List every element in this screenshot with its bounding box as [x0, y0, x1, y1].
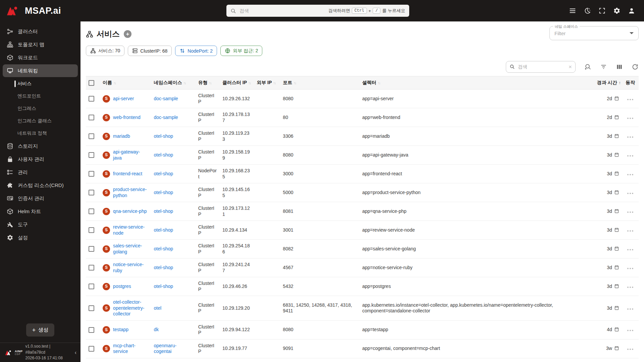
sidebar-item-workload[interactable]: 워크로드 — [3, 51, 78, 64]
advanced-search-icon[interactable] — [584, 63, 591, 70]
add-service-button[interactable]: + — [124, 30, 131, 38]
row-checkbox[interactable] — [89, 305, 94, 311]
service-name-link[interactable]: testapp — [113, 327, 128, 333]
column-header-4[interactable]: 외부 IP↑↓ — [254, 76, 280, 89]
sort-icon[interactable]: ↑↓ — [248, 81, 251, 85]
row-checkbox[interactable] — [89, 171, 94, 177]
row-actions-button[interactable] — [627, 229, 634, 233]
create-button[interactable]: + 생성 — [26, 323, 55, 337]
table-search[interactable]: × — [506, 61, 576, 73]
row-checkbox[interactable] — [89, 246, 94, 252]
dark-mode-icon[interactable] — [584, 7, 591, 14]
global-search-input[interactable] — [239, 8, 326, 14]
row-checkbox[interactable] — [89, 133, 94, 139]
sidebar-subitem-endpoints[interactable]: 엔드포인트 — [0, 90, 80, 102]
namespace-link[interactable]: otel-shop — [154, 265, 173, 270]
namespace-link[interactable]: openmaru-cogentai — [154, 343, 176, 354]
sidebar-subitem-services[interactable]: 서비스 — [0, 77, 80, 90]
service-name-link[interactable]: api-gateway-java — [113, 149, 148, 161]
namespace-link[interactable]: otel-shop — [154, 284, 173, 289]
refresh-icon[interactable] — [632, 63, 639, 70]
app-logo[interactable]: MSAP.ai — [0, 5, 80, 16]
service-name-link[interactable]: notice-service-ruby — [113, 262, 148, 274]
sidebar-item-custom-resource-crd[interactable]: 커스텀 리소스(CRD) — [3, 179, 78, 192]
column-header-1[interactable]: 네임스페이스↑↓ — [151, 76, 195, 89]
namespace-filter-select[interactable]: 네임 스페이스 Filter — [549, 26, 639, 40]
service-name-link[interactable]: postgres — [113, 284, 131, 290]
row-actions-button[interactable] — [627, 98, 634, 102]
account-icon[interactable] — [628, 7, 635, 14]
row-actions-button[interactable] — [627, 307, 634, 311]
sidebar-item-topology-map[interactable]: 토폴로지 맵 — [3, 38, 78, 51]
sidebar-item-management[interactable]: 관리 — [3, 166, 78, 179]
row-actions-button[interactable] — [627, 116, 634, 120]
service-name-link[interactable]: otel-collector-opentelemetry-collector — [113, 299, 148, 317]
service-name-link[interactable]: review-service-node — [113, 224, 148, 236]
namespace-link[interactable]: otel-shop — [154, 208, 173, 214]
sidebar-item-networking[interactable]: 네트워킹 — [3, 64, 78, 77]
row-checkbox[interactable] — [89, 152, 94, 158]
namespace-link[interactable]: doc-sample — [154, 96, 178, 101]
settings-icon[interactable] — [613, 7, 621, 14]
service-name-link[interactable]: sales-service-golang — [113, 243, 148, 255]
sidebar-item-user-management[interactable]: 사용자 관리 — [3, 153, 78, 166]
global-search[interactable]: 검색하려면 Ctrl + / 를 누르세요 — [226, 5, 409, 17]
namespace-link[interactable]: otel-shop — [154, 133, 173, 139]
collapse-sidebar-icon[interactable]: ‹ — [74, 350, 77, 356]
sidebar-item-certificate-management[interactable]: 인증서 관리 — [3, 192, 78, 205]
row-actions-button[interactable] — [627, 173, 634, 177]
sidebar-item-storage[interactable]: 스토리지 — [3, 140, 78, 153]
service-name-link[interactable]: qna-service-php — [113, 208, 147, 215]
row-checkbox[interactable] — [89, 208, 94, 214]
column-header-0[interactable]: 이름↑↓ — [100, 76, 151, 89]
namespace-link[interactable]: otel-shop — [154, 190, 173, 195]
fullscreen-icon[interactable] — [598, 7, 606, 14]
sidebar-subitem-ingress[interactable]: 인그레스 — [0, 102, 80, 115]
row-actions-button[interactable] — [627, 154, 634, 158]
column-header-5[interactable]: 포트↑↓ — [280, 76, 360, 89]
row-checkbox[interactable] — [89, 115, 94, 120]
service-name-link[interactable]: mcp-chart-service — [113, 343, 148, 355]
service-name-link[interactable]: frontend-react — [113, 171, 142, 177]
row-actions-button[interactable] — [627, 248, 634, 252]
namespace-link[interactable]: otel-shop — [154, 246, 173, 251]
row-checkbox[interactable] — [89, 346, 94, 352]
sidebar-subitem-network-policy[interactable]: 네트워크 정책 — [0, 127, 80, 139]
column-header-3[interactable]: 클러스터 IP↑↓ — [220, 76, 254, 89]
row-actions-button[interactable] — [627, 328, 634, 333]
column-header-7[interactable]: 경과 시간↑ — [594, 76, 622, 89]
row-actions-button[interactable] — [627, 191, 634, 195]
columns-icon[interactable] — [616, 63, 623, 70]
menu-icon[interactable] — [569, 7, 576, 14]
column-header-6[interactable]: 셀렉터↑↓ — [360, 76, 594, 89]
sort-icon[interactable]: ↑↓ — [113, 81, 116, 85]
namespace-link[interactable]: otel — [154, 305, 161, 311]
sort-icon[interactable]: ↑↓ — [293, 81, 296, 85]
sort-icon[interactable]: ↑↓ — [273, 81, 275, 85]
column-header-2[interactable]: 유형↑↓ — [196, 76, 220, 89]
row-actions-button[interactable] — [627, 347, 634, 351]
namespace-link[interactable]: otel-shop — [154, 171, 173, 176]
clear-search-icon[interactable]: × — [569, 64, 572, 70]
namespace-link[interactable]: doc-sample — [154, 115, 178, 120]
sidebar-item-tools[interactable]: 도구 — [3, 218, 78, 231]
row-actions-button[interactable] — [627, 135, 634, 139]
row-checkbox[interactable] — [89, 190, 94, 195]
service-name-link[interactable]: product-service-python — [113, 187, 148, 198]
row-checkbox[interactable] — [89, 284, 94, 289]
service-name-link[interactable]: web-frontend — [113, 115, 141, 121]
namespace-link[interactable]: dk — [154, 327, 159, 332]
sort-icon[interactable]: ↑↓ — [209, 81, 211, 85]
row-checkbox[interactable] — [89, 96, 94, 102]
filter-icon[interactable] — [600, 63, 607, 70]
table-search-input[interactable] — [517, 64, 566, 70]
row-checkbox[interactable] — [89, 265, 94, 270]
sort-asc-icon[interactable]: ↑ — [619, 80, 621, 85]
namespace-link[interactable]: otel-shop — [154, 227, 173, 233]
row-actions-button[interactable] — [627, 266, 634, 270]
sort-icon[interactable]: ↑↓ — [378, 81, 380, 85]
select-all-checkbox[interactable] — [89, 80, 94, 86]
sidebar-item-helm-chart[interactable]: Helm 차트 — [3, 205, 78, 218]
sidebar-subitem-ingress-class[interactable]: 인그레스 클래스 — [0, 115, 80, 127]
row-actions-button[interactable] — [627, 210, 634, 214]
